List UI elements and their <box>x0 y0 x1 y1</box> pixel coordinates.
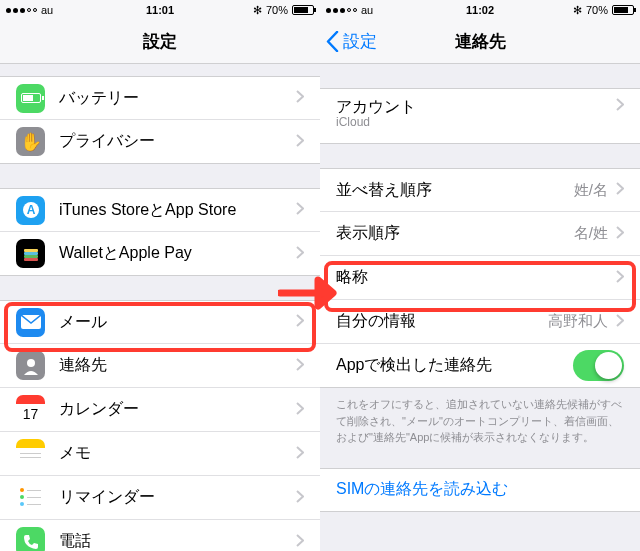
settings-row-notes[interactable]: メモ <box>0 432 320 476</box>
settings-row-hand[interactable]: ✋プライバシー <box>0 120 320 164</box>
settings-row-battery[interactable]: バッテリー <box>0 76 320 120</box>
mail-icon <box>16 308 45 337</box>
signal-icon <box>6 8 37 13</box>
chevron-right-icon <box>296 201 304 219</box>
svg-rect-5 <box>24 258 38 261</box>
row-label: リマインダー <box>59 487 296 508</box>
chevron-right-icon <box>296 89 304 107</box>
chevron-right-icon <box>616 181 624 199</box>
sort-label: 並べ替え順序 <box>336 180 574 201</box>
reminders-icon <box>16 483 45 512</box>
battery-pct: 70% <box>586 4 608 16</box>
battery-icon <box>292 5 314 15</box>
nav-bar: 設定 <box>0 20 320 64</box>
row-label: カレンダー <box>59 399 296 420</box>
settings-screen: au 11:01 ✻ 70% 設定 バッテリー✋プライバシー AiTunes S… <box>0 0 320 551</box>
chevron-right-icon <box>296 313 304 331</box>
battery-icon <box>16 84 45 113</box>
accounts-cell[interactable]: アカウント iCloud <box>320 88 640 144</box>
sort-order-cell[interactable]: 並べ替え順序 姓/名 <box>320 168 640 212</box>
found-label: Appで検出した連絡先 <box>336 355 573 376</box>
status-bar: au 11:01 ✻ 70% <box>0 0 320 20</box>
display-order-cell[interactable]: 表示順序 名/姓 <box>320 212 640 256</box>
chevron-right-icon <box>616 225 624 243</box>
svg-rect-4 <box>24 255 38 258</box>
accounts-value: iCloud <box>336 115 370 129</box>
found-toggle[interactable] <box>573 350 624 381</box>
wallet-icon <box>16 239 45 268</box>
back-button[interactable]: 設定 <box>326 30 377 53</box>
settings-row-phone[interactable]: 電話 <box>0 520 320 551</box>
chevron-right-icon <box>296 489 304 507</box>
carrier-label: au <box>361 4 373 16</box>
back-label: 設定 <box>343 30 377 53</box>
my-info-value: 高野和人 <box>548 312 608 331</box>
chevron-right-icon <box>296 245 304 263</box>
settings-row-calendar[interactable]: 17カレンダー <box>0 388 320 432</box>
carrier-label: au <box>41 4 53 16</box>
accounts-label: アカウント <box>336 97 616 118</box>
row-label: iTunes StoreとApp Store <box>59 200 296 221</box>
chevron-right-icon <box>296 401 304 419</box>
row-label: 連絡先 <box>59 355 296 376</box>
svg-rect-3 <box>24 252 38 255</box>
chevron-right-icon <box>296 445 304 463</box>
bluetooth-icon: ✻ <box>253 4 262 17</box>
display-value: 名/姓 <box>574 224 608 243</box>
contacts-settings-list[interactable]: アカウント iCloud 並べ替え順序 姓/名 表示順序 名/姓 略称 自分の情… <box>320 64 640 551</box>
row-label: メモ <box>59 443 296 464</box>
row-label: 電話 <box>59 531 296 551</box>
notes-icon <box>16 439 45 468</box>
row-label: WalletとApple Pay <box>59 243 296 264</box>
chevron-right-icon <box>296 533 304 551</box>
sort-value: 姓/名 <box>574 181 608 200</box>
chevron-right-icon <box>616 97 624 115</box>
status-bar: au 11:02 ✻ 70% <box>320 0 640 20</box>
row-label: プライバシー <box>59 131 296 152</box>
my-info-cell[interactable]: 自分の情報 高野和人 <box>320 300 640 344</box>
battery-icon <box>612 5 634 15</box>
contact-icon <box>16 351 45 380</box>
page-title: 設定 <box>143 30 177 53</box>
short-label: 略称 <box>336 267 616 288</box>
settings-row-appstore[interactable]: AiTunes StoreとApp Store <box>0 188 320 232</box>
settings-row-contact[interactable]: 連絡先 <box>0 344 320 388</box>
chevron-right-icon <box>296 133 304 151</box>
svg-rect-2 <box>24 249 38 252</box>
import-sim-label: SIMの連絡先を読み込む <box>336 479 624 500</box>
svg-point-7 <box>27 359 35 367</box>
display-label: 表示順序 <box>336 223 574 244</box>
my-info-label: 自分の情報 <box>336 311 548 332</box>
phone-icon <box>16 527 45 551</box>
row-label: バッテリー <box>59 88 296 109</box>
svg-text:A: A <box>26 203 35 217</box>
chevron-right-icon <box>616 313 624 331</box>
chevron-right-icon <box>296 357 304 375</box>
settings-row-mail[interactable]: メール <box>0 300 320 344</box>
settings-row-wallet[interactable]: WalletとApple Pay <box>0 232 320 276</box>
contacts-settings-screen: au 11:02 ✻ 70% 設定 連絡先 アカウント iCloud 並べ替え順… <box>320 0 640 551</box>
appstore-icon: A <box>16 196 45 225</box>
found-in-apps-cell: Appで検出した連絡先 <box>320 344 640 388</box>
settings-row-reminders[interactable]: リマインダー <box>0 476 320 520</box>
bluetooth-icon: ✻ <box>573 4 582 17</box>
hand-icon: ✋ <box>16 127 45 156</box>
battery-pct: 70% <box>266 4 288 16</box>
calendar-icon: 17 <box>16 395 45 424</box>
import-sim-cell[interactable]: SIMの連絡先を読み込む <box>320 468 640 512</box>
nav-bar: 設定 連絡先 <box>320 20 640 64</box>
footer-text: これをオフにすると、追加されていない連絡先候補がすべて削除され、"メール"のオー… <box>320 388 640 454</box>
page-title: 連絡先 <box>455 30 506 53</box>
row-label: メール <box>59 312 296 333</box>
chevron-right-icon <box>616 269 624 287</box>
settings-list[interactable]: バッテリー✋プライバシー AiTunes StoreとApp StoreWall… <box>0 64 320 551</box>
short-name-cell[interactable]: 略称 <box>320 256 640 300</box>
signal-icon <box>326 8 357 13</box>
